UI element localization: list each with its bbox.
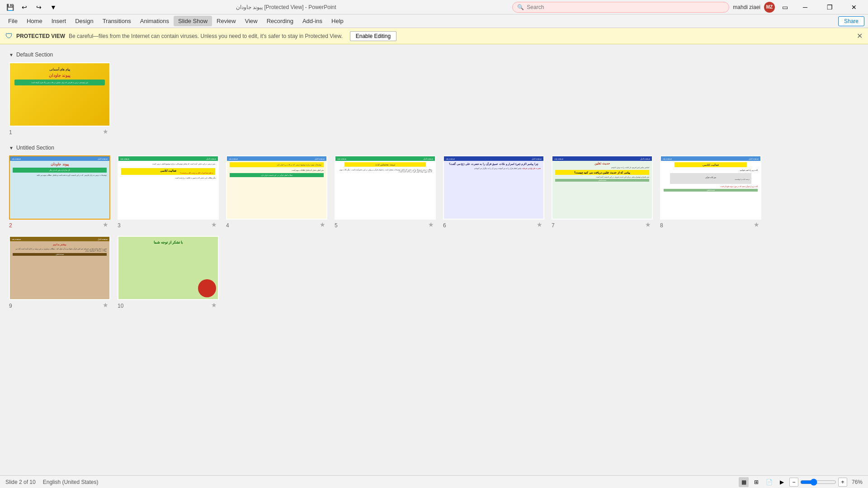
slide-inner-2[interactable]: صفحه قبلصفحه بعد پیوند جاودان گل شاخ تاز… [9,155,110,220]
menu-help[interactable]: Help [327,16,348,26]
slide-thumb-8[interactable]: صفحه قبلصفحه بعد فعالیت کلاسی آیات زیر ر… [660,155,761,229]
star-icon-6[interactable]: ★ [537,221,542,228]
undo-button[interactable]: ↩ [18,1,31,14]
zoom-out-button[interactable]: − [789,478,798,487]
slide-thumb-3[interactable]: صفحه قبلصفحه بعد متن درسی در این بخش آمد… [118,155,219,229]
menu-recording[interactable]: Recording [262,16,298,26]
star-icon-3[interactable]: ★ [211,221,217,228]
close-button[interactable]: ✕ [844,0,864,14]
s1-box-text: متن توضیحی درس به فارسی که برای نمایش در… [16,81,103,84]
zoom-in-button[interactable]: + [838,478,847,487]
slide-footer-7: 7 ★ [552,221,651,229]
language-info: English (United States) [43,479,99,485]
redo-button[interactable]: ↪ [33,1,45,14]
star-icon-5[interactable]: ★ [428,221,434,228]
slide-footer-6: 6 ★ [443,221,542,229]
s7-yellow-title: پیامی که از حدیث ثقلین دریافت می کنید چی… [556,171,648,174]
enable-editing-button[interactable]: Enable Editing [350,31,396,41]
protected-label: PROTECTED VIEW [16,33,65,39]
menu-view[interactable]: View [241,16,262,26]
banner-close-button[interactable]: ✕ [857,32,863,40]
restore-button[interactable]: ❐ [819,0,840,14]
slide-inner-1[interactable]: پیام های آسمانی پیوند جاودان متن توضیحی … [9,62,110,127]
slide-sorter-button[interactable]: ⊞ [751,477,761,487]
menu-transitions[interactable]: Transitions [98,16,136,26]
shield-icon: 🛡 [5,32,13,40]
slide-panel: ▼ Default Section پیام های آسمانی پیوند … [0,44,868,475]
s3-header: صفحه قبلصفحه بعد [118,156,218,161]
slide-info: Slide 2 of 10 [5,479,36,485]
minimize-button[interactable]: ─ [795,0,816,14]
slide-inner-3[interactable]: صفحه قبلصفحه بعد متن درسی در این بخش آمد… [118,155,219,220]
slide-content-3: صفحه قبلصفحه بعد متن درسی در این بخش آمد… [118,156,218,219]
star-icon-2[interactable]: ★ [103,221,108,228]
slide-inner-10[interactable]: با تشکر از توجه شما [118,236,219,300]
slide-inner-7[interactable]: صفحه قبلصفحه بعد حدیث ثقلین اساسی پیامبر… [552,155,653,220]
reading-view-button[interactable]: 📄 [764,477,774,487]
star-icon-8[interactable]: ★ [754,221,760,228]
menu-insert[interactable]: Insert [47,16,71,26]
normal-view-button[interactable]: ▦ [739,477,749,487]
user-avatar: MZ [764,2,775,13]
menu-bar: File Home Insert Design Transitions Anim… [0,14,868,28]
s8-gray: متن آیات قرآنی ترجمه آیات در این قسمت [670,173,751,184]
slide-thumb-9[interactable]: صفحه قبلصفحه بعد بیشتر بدانیم حضرت امام … [9,236,110,309]
s6-title: چرا پیامبر اکرم (ص) اسرار و نکات عمیق قر… [444,161,543,167]
s2-text: توضیحات درسی به زبان فارسی که در این قسم… [10,173,109,178]
zoom-controls: − + 76% [789,478,863,487]
slide-inner-5[interactable]: صفحه قبلصفحه بعد تربیت محتملین لذت مطالب… [335,155,436,220]
customize-button[interactable]: ▼ [47,1,60,14]
menu-home[interactable]: Home [22,16,47,26]
slide-number-10: 10 [118,303,123,309]
section-untitled[interactable]: ▼ Untitled Section [9,145,859,151]
slide-inner-8[interactable]: صفحه قبلصفحه بعد فعالیت کلاسی آیات زیر ر… [660,155,761,220]
s5-yellow-box: تربیت محتملین لذت [344,162,426,167]
menu-file[interactable]: File [4,16,22,26]
s8-yellow-box: فعالیت کلاسی [675,162,747,167]
star-icon-9[interactable]: ★ [103,301,108,309]
section-default[interactable]: ▼ Default Section [9,52,859,58]
section-untitled-label: Untitled Section [16,145,54,151]
slide-thumb-1[interactable]: پیام های آسمانی پیوند جاودان متن توضیحی … [9,62,110,136]
slide-number-8: 8 [660,222,663,229]
star-icon-10[interactable]: ★ [211,301,217,309]
menu-animations[interactable]: Animations [136,16,174,26]
ribbon-display-button[interactable]: ▭ [778,1,791,14]
slide-thumb-5[interactable]: صفحه قبلصفحه بعد تربیت محتملین لذت مطالب… [335,155,436,229]
star-icon-4[interactable]: ★ [320,221,326,228]
user-name: mahdi ziaei [733,4,760,10]
slideshow-button[interactable]: ▶ [777,477,787,487]
slide-thumb-7[interactable]: صفحه قبلصفحه بعد حدیث ثقلین اساسی پیامبر… [552,155,653,229]
slide-inner-6[interactable]: صفحه قبلصفحه بعد چرا پیامبر اکرم (ص) اسر… [443,155,544,220]
slide-inner-4[interactable]: صفحه قبلصفحه بعد توضیحات مهم درباره موضو… [226,155,327,220]
title-bar: 💾 ↩ ↪ ▼ پیوند جاودان [Protected View] - … [0,0,868,14]
share-button[interactable]: Share [838,16,864,26]
menu-slideshow[interactable]: Slide Show [174,16,212,26]
menu-addins[interactable]: Add-ins [298,16,327,26]
s7-text: اساسی پیامبر (ص) فرمود بار امانت را به د… [552,166,652,169]
menu-review[interactable]: Review [212,16,241,26]
s2-green-text: گل شاخ تازه بیاور که بار دیگر [14,169,105,171]
slide-number-4: 4 [226,222,229,229]
s3-yellow: فعالیت کلاسی به نظر شما ثمرات اقل بر ترت… [121,168,215,175]
slide-footer-10: 10 ★ [118,301,217,309]
s2-green: گل شاخ تازه بیاور که بار دیگر [13,168,107,173]
s3-content: متن درسی در این بخش آمده است که شامل توض… [118,161,218,167]
search-input[interactable] [527,4,724,10]
s7-header: صفحه قبلصفحه بعد [552,156,652,161]
search-bar[interactable]: 🔍 [512,2,729,13]
zoom-slider[interactable] [800,479,836,486]
slide-thumb-6[interactable]: صفحه قبلصفحه بعد چرا پیامبر اکرم (ص) اسر… [443,155,544,229]
s9-title: بیشتر بدانیم [10,243,109,246]
slide-number-9: 9 [9,303,12,309]
star-icon-1[interactable]: ★ [103,128,108,135]
slide-inner-9[interactable]: صفحه قبلصفحه بعد بیشتر بدانیم حضرت امام … [9,236,110,300]
slide-thumb-10[interactable]: با تشکر از توجه شما 10 ★ [118,236,219,309]
save-button[interactable]: 💾 [4,1,16,14]
slide-number-5: 5 [335,222,338,229]
slide-thumb-4[interactable]: صفحه قبلصفحه بعد توضیحات مهم درباره موضو… [226,155,327,229]
star-icon-7[interactable]: ★ [645,221,651,228]
menu-design[interactable]: Design [71,16,98,26]
user-area: 🔍 mahdi ziaei MZ ▭ ─ ❐ ✕ [512,0,864,14]
slide-thumb-2[interactable]: صفحه قبلصفحه بعد پیوند جاودان گل شاخ تاز… [9,155,110,229]
